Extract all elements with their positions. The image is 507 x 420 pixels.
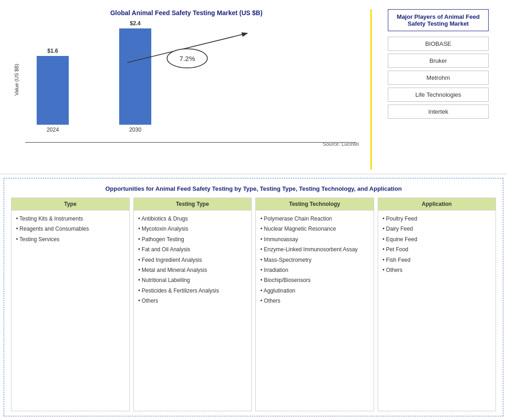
column-header-application: Application bbox=[378, 198, 496, 210]
bar-xlabel-2024: 2024 bbox=[47, 127, 59, 133]
list-item: Mass-Spectrometry bbox=[260, 255, 369, 265]
list-item: Biochip/Biosensors bbox=[260, 276, 369, 285]
column-header-testing-technology: Testing Technology bbox=[256, 198, 374, 210]
list-item: Dairy Feed bbox=[383, 224, 491, 233]
list-item: Pathogen Testing bbox=[138, 235, 247, 244]
bar-group-2030: $2.4 2030 bbox=[119, 20, 151, 133]
chart-wrapper: Value (US $B) bbox=[14, 20, 359, 139]
bottom-section: Opportunities for Animal Feed Safety Tes… bbox=[4, 178, 503, 416]
column-content-testing-type: Antibiotics & Drugs Mycotoxin Analysis P… bbox=[134, 210, 252, 310]
y-axis-label: Value (US $B) bbox=[14, 64, 19, 96]
list-item: Poultry Feed bbox=[383, 214, 491, 223]
list-item: Fish Feed bbox=[383, 255, 491, 265]
bars-area: 7.2% $1.6 2024 $2.4 2030 bbox=[23, 20, 359, 142]
column-header-type: Type bbox=[11, 198, 129, 210]
bar-value-2024: $1.6 bbox=[47, 48, 58, 54]
major-players-title: Major Players of Animal Feed Safety Test… bbox=[388, 9, 489, 31]
chart-area: Global Animal Feed Safety Testing Market… bbox=[5, 5, 368, 174]
list-item: Equine Feed bbox=[383, 235, 491, 244]
bar-group-2024: $1.6 2024 bbox=[37, 48, 69, 133]
list-item: Metal and Mineral Analysis bbox=[138, 265, 247, 275]
player-intertek: Intertek bbox=[388, 105, 489, 119]
list-item: Nuclear Magnetic Resonance bbox=[260, 224, 369, 233]
svg-text:7.2%: 7.2% bbox=[179, 55, 195, 62]
bar-xlabel-2030: 2030 bbox=[129, 127, 142, 133]
list-item: Antibiotics & Drugs bbox=[138, 214, 247, 223]
list-item: Others bbox=[260, 296, 369, 305]
list-item: Pet Food bbox=[383, 245, 491, 254]
column-content-application: Poultry Feed Dairy Feed Equine Feed Pet … bbox=[378, 210, 496, 279]
opportunities-title: Opportunities for Animal Feed Safety Tes… bbox=[11, 185, 496, 192]
list-item: Fat and Oil Analysis bbox=[138, 245, 247, 254]
list-item: Irradiation bbox=[260, 265, 369, 275]
list-item: Others bbox=[383, 265, 491, 275]
column-type: Type Testing Kits & Instruments Reagents… bbox=[11, 198, 130, 411]
columns-container: Type Testing Kits & Instruments Reagents… bbox=[11, 198, 496, 411]
list-item: Reagents and Consumables bbox=[16, 224, 125, 233]
chart-title: Global Animal Feed Safety Testing Market… bbox=[110, 9, 262, 17]
list-item: Immunoassay bbox=[260, 235, 369, 244]
player-metrohm: Metrohm bbox=[388, 71, 489, 85]
list-item: Nutritional Labelling bbox=[138, 276, 247, 285]
main-container: Global Animal Feed Safety Testing Market… bbox=[0, 0, 507, 420]
list-item: Mycotoxin Analysis bbox=[138, 224, 247, 233]
column-testing-technology: Testing Technology Polymerase Chain Reac… bbox=[255, 198, 374, 411]
cagr-svg: 7.2% bbox=[23, 20, 359, 142]
column-content-testing-technology: Polymerase Chain Reaction Nuclear Magnet… bbox=[256, 210, 374, 310]
yellow-divider bbox=[370, 9, 372, 170]
list-item: Testing Kits & Instruments bbox=[16, 214, 125, 223]
list-item: Feed Ingredient Analysis bbox=[138, 255, 247, 265]
player-life-technologies: Life Technologies bbox=[388, 88, 489, 102]
column-content-type: Testing Kits & Instruments Reagents and … bbox=[11, 210, 129, 249]
column-testing-type: Testing Type Antibiotics & Drugs Mycotox… bbox=[133, 198, 252, 411]
list-item: Enzyme-Linked Immunosorbent Assay bbox=[260, 245, 369, 254]
x-axis-line bbox=[25, 142, 357, 143]
list-item: Testing Services bbox=[16, 235, 125, 244]
bar-2030 bbox=[119, 28, 151, 125]
column-application: Application Poultry Feed Dairy Feed Equi… bbox=[378, 198, 496, 411]
chart-plot: 7.2% $1.6 2024 $2.4 2030 bbox=[23, 20, 359, 139]
major-players-panel: Major Players of Animal Feed Safety Test… bbox=[374, 5, 502, 174]
list-item: Agglutination bbox=[260, 286, 369, 295]
top-section: Global Animal Feed Safety Testing Market… bbox=[0, 0, 507, 174]
bar-value-2030: $2.4 bbox=[130, 20, 140, 27]
list-item: Polymerase Chain Reaction bbox=[260, 214, 369, 223]
column-header-testing-type: Testing Type bbox=[134, 198, 252, 210]
player-bruker: Bruker bbox=[388, 54, 489, 68]
svg-point-1 bbox=[167, 49, 207, 68]
player-biobase: BIOBASE bbox=[388, 37, 489, 51]
list-item: Pesticides & Fertilizers Analysis bbox=[138, 286, 247, 295]
bar-2024 bbox=[37, 56, 69, 125]
list-item: Others bbox=[138, 296, 247, 305]
